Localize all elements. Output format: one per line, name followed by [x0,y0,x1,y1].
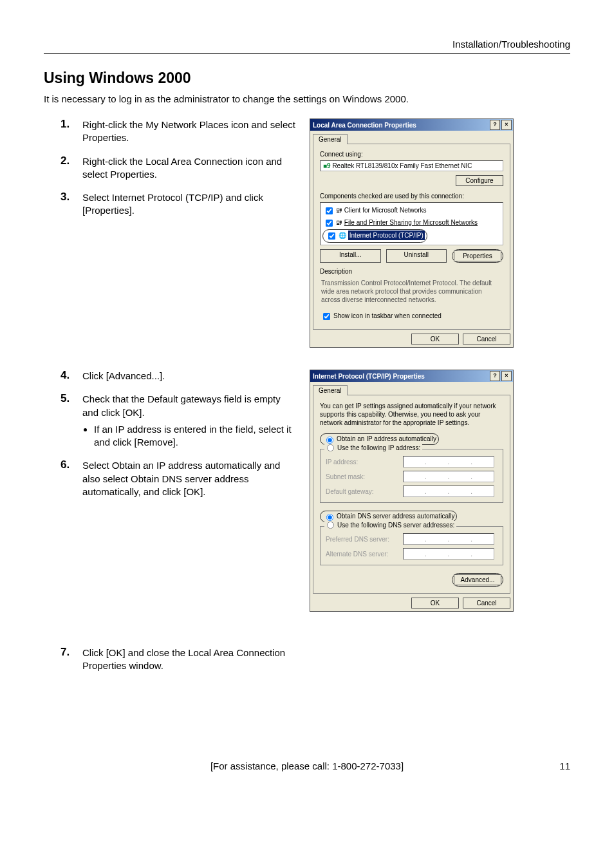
subnet-mask-field: ... [403,471,494,482]
radio-icon[interactable] [326,437,333,444]
step-7: Click [OK] and close the Local Area Conn… [44,646,298,673]
step-3: Select Internet Protocol (TCP/IP) and cl… [44,191,298,218]
description-label: Description [320,268,503,275]
radio-icon[interactable] [327,444,334,451]
uninstall-button[interactable]: Uninstall [386,249,447,263]
tcpip-properties-dialog: Internet Protocol (TCP/IP) Properties ? … [310,370,514,612]
close-icon[interactable]: × [501,371,512,381]
help-icon[interactable]: ? [490,120,500,130]
default-gw-field: ... [403,486,494,497]
cancel-button[interactable]: Cancel [463,598,510,609]
tab-general[interactable]: General [313,385,348,395]
install-button[interactable]: Install... [320,249,381,263]
default-gw-label: Default gateway: [326,488,403,495]
properties-button[interactable]: Properties [454,250,501,261]
intro-text: It is necessary to log in as the adminis… [44,93,570,104]
step-1: Right-click the My Network Places icon a… [44,118,298,145]
step-2: Right-click the Local Area Connection ic… [44,155,298,182]
show-icon-row[interactable]: Show icon in taskbar when connected [320,310,503,323]
advanced-button[interactable]: Advanced... [454,574,501,585]
local-area-conn-dialog: Local Area Connection Properties ? × Gen… [310,118,514,348]
step-5-sub: If an IP address is entered in the field… [94,423,298,449]
configure-button[interactable]: Configure [456,175,503,186]
dialog-titlebar: Local Area Connection Properties ? × [310,119,513,131]
use-following-ip-radio[interactable]: Use the following IP address: [324,444,422,452]
pref-dns-label: Preferred DNS server: [326,536,403,543]
ok-button[interactable]: OK [411,598,459,609]
ip-address-label: IP address: [326,458,403,466]
ip-group: Use the following IP address: IP address… [320,449,503,503]
alt-dns-label: Alternate DNS server: [326,551,403,558]
checkbox-icon[interactable] [326,207,333,214]
cancel-button[interactable]: Cancel [463,334,510,344]
page-header: Installation/Troubleshooting [44,39,570,50]
step-5: Check that the Default gateways field is… [44,393,298,449]
alt-dns-field: ... [403,548,494,560]
header-rule [44,53,570,54]
dialog-titlebar: Internet Protocol (TCP/IP) Properties ? … [310,370,513,382]
list-item-selected[interactable]: 🌐 Internet Protocol (TCP/IP) [322,229,501,243]
ok-button[interactable]: OK [411,334,459,344]
components-label: Components checked are used by this conn… [320,193,503,200]
list-item[interactable]: 🖳 Client for Microsoft Networks [322,205,501,217]
checkbox-icon[interactable] [323,313,330,320]
connect-using-label: Connect using: [320,151,503,158]
help-icon[interactable]: ? [490,371,500,381]
dialog-title: Internet Protocol (TCP/IP) Properties [313,373,488,380]
step-4: Click [Advanced...]. [44,370,298,382]
radio-icon[interactable] [327,522,334,529]
checkbox-icon[interactable] [328,232,335,240]
radio-icon[interactable] [326,514,333,521]
close-icon[interactable]: × [501,120,512,130]
checkbox-icon[interactable] [326,220,333,227]
nic-field: ■9 Realtek RTL8139/810x Family Fast Ethe… [320,160,503,171]
components-listbox[interactable]: 🖳 Client for Microsoft Networks 🖳 File a… [320,202,503,245]
pref-dns-field: ... [403,533,494,545]
tab-general[interactable]: General [313,134,348,144]
dns-group: Use the following DNS server addresses: … [320,526,503,565]
page-number: 11 [559,760,570,771]
subnet-mask-label: Subnet mask: [326,473,403,480]
step-6: Select Obtain an IP address automaticall… [44,459,298,498]
ip-address-field: ... [403,456,494,467]
dialog-title: Local Area Connection Properties [313,122,488,129]
nic-name: Realtek RTL8139/810x Family Fast Etherne… [332,162,472,169]
page-title: Using Windows 2000 [44,70,570,87]
list-item[interactable]: 🖳 File and Printer Sharing for Microsoft… [322,217,501,229]
dialog-blurb: You can get IP settings assigned automat… [320,402,503,427]
nic-icon: ■9 [323,162,331,169]
footer-text: [For assistance, please call: 1-800-272-… [210,760,404,771]
description-text: Transmission Control Protocol/Internet P… [321,279,502,304]
use-following-dns-radio[interactable]: Use the following DNS server addresses: [324,521,456,529]
